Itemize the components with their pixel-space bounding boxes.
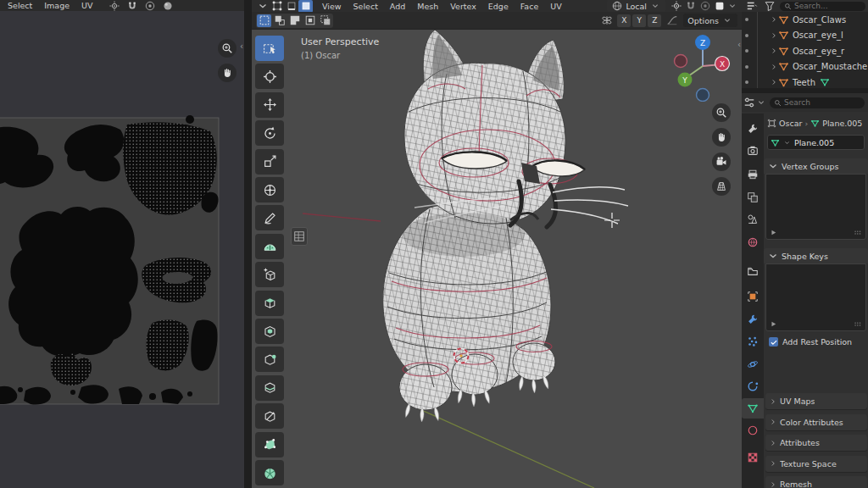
restriction-dot[interactable] — [745, 80, 748, 84]
tool-loop-cut-button[interactable] — [255, 375, 284, 401]
restriction-dot[interactable] — [745, 34, 748, 37]
viewport-menu-add[interactable]: Add — [384, 1, 411, 12]
mirror-y-button[interactable]: Y — [632, 14, 646, 27]
breadcrumb-data[interactable]: Plane.005 — [822, 119, 862, 128]
add-rest-position-checkbox[interactable] — [769, 337, 778, 347]
properties-tab-viewlayer-tab[interactable] — [742, 187, 764, 208]
play-icon[interactable] — [769, 228, 778, 237]
tool-cursor-button[interactable] — [255, 64, 284, 89]
vertex-select-mode-button[interactable] — [270, 0, 284, 13]
viewport-menu-vertex[interactable]: Vertex — [444, 1, 482, 12]
select-mode-new-button[interactable] — [257, 14, 271, 27]
outliner-item-oscar_eye_l[interactable]: Oscar_eye_l — [742, 28, 868, 44]
properties-tab-world-tab[interactable] — [742, 232, 764, 252]
tool-extrude-button[interactable] — [255, 291, 284, 316]
outliner-search[interactable] — [780, 2, 865, 11]
snap-toggle-button[interactable] — [683, 0, 698, 13]
options-dropdown[interactable]: Options — [683, 14, 737, 27]
viewport-ortho-button[interactable] — [712, 177, 731, 196]
outliner-item-oscar_eye_r[interactable]: Oscar_eye_r — [742, 43, 868, 59]
uv-menu-select[interactable]: Select — [2, 0, 38, 11]
properties-tab-render-tab[interactable] — [742, 141, 764, 161]
play-icon[interactable] — [769, 319, 778, 329]
breadcrumb-object[interactable]: Oscar — [779, 119, 802, 128]
viewport-sidebar-collapse-arrow[interactable]: ‹ — [737, 41, 741, 49]
select-mode-subtract-button[interactable] — [287, 14, 302, 27]
restriction-dot[interactable] — [745, 18, 748, 21]
properties-tab-particles-tab[interactable] — [742, 331, 764, 352]
uv-sidebar-collapse-arrow[interactable]: ‹ — [240, 42, 243, 51]
pivot-point-button[interactable] — [108, 0, 122, 12]
tool-measure-button[interactable] — [255, 234, 284, 259]
viewport-shading-dropdown[interactable] — [712, 0, 726, 13]
select-mode-extend-button[interactable] — [272, 14, 287, 27]
properties-tab-texture-tab[interactable] — [742, 447, 764, 468]
grip-icon[interactable] — [854, 319, 863, 329]
tool-rotate-button[interactable] — [255, 120, 284, 146]
add-rest-position-row[interactable]: Add Rest Position — [764, 331, 868, 347]
editor-divider[interactable] — [244, 0, 252, 488]
viewport-pan-button[interactable] — [712, 128, 731, 147]
edge-select-mode-button[interactable] — [284, 0, 298, 13]
grip-icon[interactable] — [854, 228, 863, 237]
outliner-item-teeth[interactable]: Teeth — [742, 75, 868, 88]
properties-tab-material-tab[interactable] — [742, 420, 764, 441]
properties-search[interactable] — [770, 97, 865, 108]
properties-tab-constraint-tab[interactable] — [742, 376, 764, 396]
navigation-gizmo[interactable]: Z Y X — [670, 30, 735, 102]
face-select-mode-button[interactable] — [298, 0, 313, 13]
vertex-groups-panel-header[interactable]: Vertex Groups — [764, 158, 868, 174]
section-remesh[interactable]: Remesh — [765, 476, 867, 488]
properties-tab-data-tab[interactable] — [742, 398, 764, 419]
proportional-edit-toggle[interactable] — [698, 0, 712, 13]
pivot-point-dropdown[interactable] — [669, 0, 683, 13]
tool-transform-button[interactable] — [255, 177, 284, 202]
viewport-menu-edge[interactable]: Edge — [482, 1, 515, 12]
outliner-item-label[interactable]: Oscar_Moustache — [793, 62, 867, 71]
tool-select-box-button[interactable] — [255, 36, 284, 61]
outliner-item-label[interactable]: Teeth — [793, 78, 815, 87]
expand-chevron-icon[interactable] — [770, 63, 778, 71]
expand-chevron-icon[interactable] — [770, 78, 778, 86]
expand-chevron-icon[interactable] — [770, 31, 778, 40]
uv-shading-dropdown[interactable] — [161, 0, 175, 12]
viewport-camera-button[interactable] — [712, 152, 731, 171]
section-texture-space[interactable]: Texture Space — [765, 456, 867, 472]
editor-type-button[interactable] — [255, 0, 270, 13]
section-color-attributes[interactable]: Color Attributes — [765, 414, 867, 430]
uv-pan-button[interactable] — [218, 64, 236, 82]
shape-keys-panel-header[interactable]: Shape Keys — [764, 248, 868, 263]
restriction-dot[interactable] — [745, 49, 748, 53]
viewport-menu-mesh[interactable]: Mesh — [411, 1, 444, 12]
expand-chevron-icon[interactable] — [770, 47, 778, 55]
properties-tab-modifier-tab[interactable] — [742, 309, 764, 330]
snap-button[interactable] — [125, 0, 140, 12]
uv-menu-uv[interactable]: UV — [75, 0, 98, 11]
properties-tab-scene-tab[interactable] — [742, 209, 764, 230]
mirror-z-button[interactable]: Z — [648, 14, 661, 27]
viewport-menu-view[interactable]: View — [316, 1, 348, 12]
properties-tab-tool-tab[interactable] — [742, 119, 764, 139]
tool-bevel-button[interactable] — [255, 347, 284, 372]
properties-tab-collection-tab[interactable] — [742, 261, 764, 281]
outliner-filter-dropdown[interactable] — [762, 0, 776, 13]
tool-move-button[interactable] — [255, 92, 284, 118]
tool-knife-button[interactable] — [255, 403, 284, 429]
outliner-item-oscar_moustache[interactable]: Oscar_Moustache — [742, 59, 868, 75]
tool-scale-button[interactable] — [255, 149, 284, 175]
section-attributes[interactable]: Attributes — [765, 435, 867, 451]
properties-editor-type-button[interactable] — [745, 97, 765, 109]
outliner-item-oscar_claws[interactable]: Oscar_Claws — [742, 12, 868, 28]
uv-zoom-button[interactable] — [218, 39, 236, 58]
properties-tab-physics-tab[interactable] — [742, 354, 764, 374]
viewport-3d[interactable]: ViewSelectAddMeshVertexEdgeFaceUV Local — [252, 0, 742, 488]
properties-tab-output-tab[interactable] — [742, 164, 764, 185]
tool-inset-button[interactable] — [255, 319, 284, 344]
transform-orientation-dropdown[interactable]: Local — [607, 0, 665, 13]
viewport-menu-uv[interactable]: UV — [544, 1, 567, 12]
mirror-x-button[interactable]: X — [617, 14, 631, 27]
select-mode-intersect-button[interactable] — [318, 14, 332, 27]
outliner-item-label[interactable]: Oscar_Claws — [793, 15, 846, 25]
viewport-menu-face[interactable]: Face — [515, 1, 544, 12]
tool-annotate-button[interactable] — [255, 205, 284, 230]
